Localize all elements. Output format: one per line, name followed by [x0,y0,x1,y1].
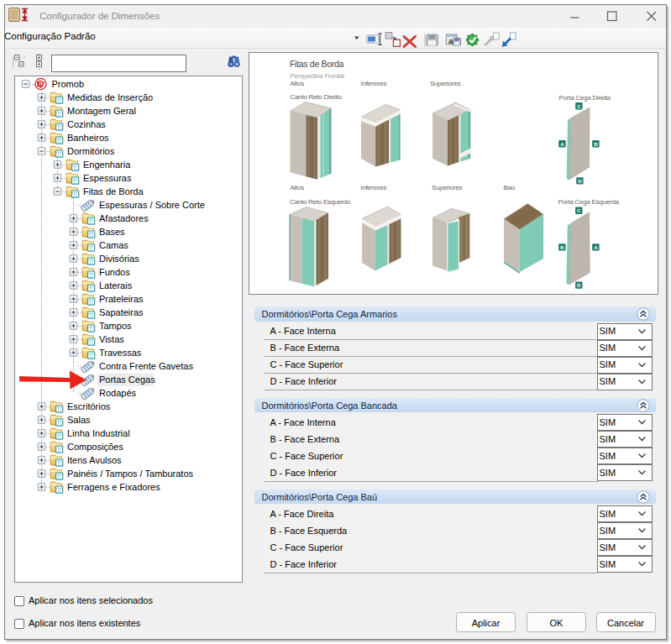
svg-text:C: C [577,207,581,213]
svg-text:B: B [594,141,598,147]
svg-text:D: D [577,282,581,288]
svg-text:A: A [594,244,598,250]
svg-text:A: A [560,141,564,147]
svg-text:C: C [577,103,581,109]
svg-text:B: B [560,244,564,250]
svg-text:D: D [578,178,582,184]
